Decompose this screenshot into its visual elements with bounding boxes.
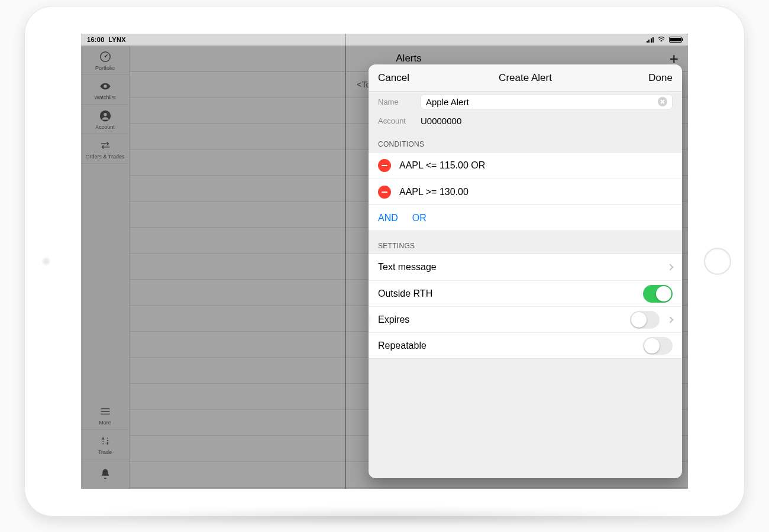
setting-label: Repeatable	[378, 340, 426, 351]
status-time: 16:00	[87, 36, 105, 43]
popover-title: Create Alert	[499, 72, 552, 84]
wifi-icon	[657, 37, 665, 43]
home-button[interactable]	[704, 248, 731, 275]
setting-repeatable: Repeatable	[369, 332, 682, 358]
tablet-frame: 16:00 LYNX Portfolio	[24, 6, 745, 517]
condition-row[interactable]: AAPL <= 115.00 OR	[369, 153, 682, 179]
condition-text: AAPL <= 115.00 OR	[399, 160, 485, 171]
setting-text-message[interactable]: Text message	[369, 254, 682, 280]
remove-condition-icon[interactable]	[378, 186, 391, 199]
status-right	[647, 37, 683, 43]
setting-label: Expires	[378, 314, 409, 325]
chevron-right-icon	[667, 264, 673, 270]
create-alert-popover: Cancel Create Alert Done Name Apple Aler…	[369, 64, 682, 478]
outside-rth-toggle[interactable]	[643, 285, 673, 303]
screen: 16:00 LYNX Portfolio	[81, 34, 688, 489]
signal-icon	[647, 37, 654, 43]
setting-outside-rth: Outside RTH	[369, 280, 682, 306]
done-button[interactable]: Done	[637, 72, 673, 84]
name-label: Name	[378, 98, 413, 106]
front-camera	[44, 259, 49, 264]
logic-row: AND OR	[369, 205, 682, 231]
conditions-list: AAPL <= 115.00 OR AAPL >= 130.00	[369, 152, 682, 205]
setting-label: Outside RTH	[378, 288, 432, 299]
account-label: Account	[378, 116, 413, 125]
popover-caret	[369, 314, 369, 328]
clear-name-icon[interactable]	[658, 97, 667, 106]
condition-row[interactable]: AAPL >= 130.00	[369, 179, 682, 205]
logic-and-button[interactable]: AND	[378, 213, 398, 223]
setting-label: Text message	[378, 262, 437, 273]
status-left: 16:00 LYNX	[87, 36, 126, 43]
account-value: U0000000	[421, 116, 461, 126]
alert-name-input[interactable]: Apple Alert	[421, 94, 673, 109]
status-bar: 16:00 LYNX	[81, 34, 688, 46]
conditions-heading: CONDITIONS	[369, 129, 682, 152]
logic-or-button[interactable]: OR	[412, 213, 426, 223]
expires-toggle[interactable]	[630, 311, 660, 329]
name-row: Name Apple Alert	[369, 92, 682, 112]
settings-heading: SETTINGS	[369, 231, 682, 254]
alert-name-value: Apple Alert	[426, 97, 469, 107]
settings-list: Text message Outside RTH Expires Repeata…	[369, 254, 682, 359]
status-carrier: LYNX	[108, 36, 126, 43]
setting-expires[interactable]: Expires	[369, 306, 682, 332]
chevron-right-icon	[667, 316, 673, 323]
account-row: Account U0000000	[369, 112, 682, 129]
repeatable-toggle[interactable]	[643, 337, 673, 355]
battery-icon	[669, 37, 682, 43]
popover-header: Cancel Create Alert Done	[369, 64, 682, 92]
condition-text: AAPL >= 130.00	[399, 187, 468, 197]
cancel-button[interactable]: Cancel	[378, 72, 413, 84]
remove-condition-icon[interactable]	[378, 159, 391, 172]
